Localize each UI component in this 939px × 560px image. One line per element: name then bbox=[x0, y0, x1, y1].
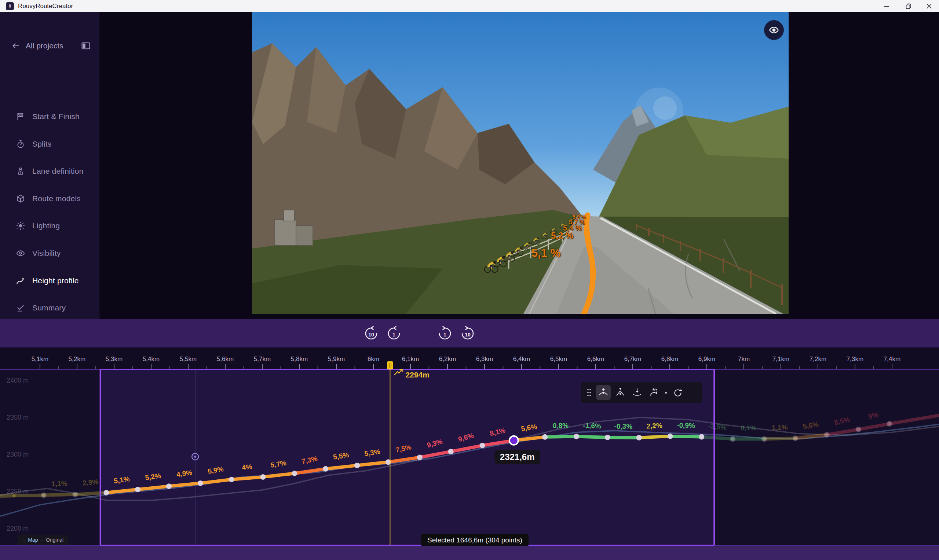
x-tick-label: 5,8km bbox=[291, 355, 308, 363]
smooth-curve-tool[interactable] bbox=[596, 385, 611, 400]
sidebar-item-label: Route models bbox=[32, 194, 81, 203]
selected-point-elevation-tooltip: 2321,6m bbox=[495, 450, 540, 464]
profile-point[interactable] bbox=[605, 435, 611, 440]
x-tick-label: 5,4km bbox=[143, 355, 160, 363]
position-marker-pin[interactable] bbox=[387, 362, 393, 369]
flag-icon bbox=[15, 112, 26, 121]
profile-point[interactable] bbox=[887, 421, 892, 426]
skip-amount: 10 bbox=[362, 325, 381, 344]
profile-point[interactable] bbox=[135, 487, 140, 492]
profile-point[interactable] bbox=[448, 449, 454, 454]
profile-point[interactable] bbox=[730, 436, 735, 442]
x-tick-label: 7,3km bbox=[846, 355, 863, 363]
height-profile-icon bbox=[15, 276, 26, 286]
route-video-scene bbox=[252, 12, 789, 314]
video-viewport: 5,1 % 5,2 % 5,4 % 5,7 % 5,9 % bbox=[252, 12, 789, 314]
profile-point[interactable] bbox=[323, 466, 328, 472]
restore-button[interactable] bbox=[900, 0, 917, 12]
profile-segment bbox=[639, 436, 670, 438]
sidebar-item-route-models[interactable]: Route models bbox=[0, 190, 99, 207]
collapse-sidebar-icon[interactable] bbox=[81, 41, 91, 51]
raise-peak-tool[interactable] bbox=[613, 385, 628, 400]
grade-label: 4% bbox=[242, 463, 253, 471]
grade-label: 1,1% bbox=[51, 480, 68, 488]
eye-icon bbox=[15, 248, 26, 258]
sidebar-item-summary[interactable]: Summary bbox=[0, 299, 99, 316]
sidebar-item-splits[interactable]: Splits bbox=[0, 135, 99, 152]
sidebar-item-start-finish[interactable]: Start & Finish bbox=[0, 108, 99, 125]
toggle-overlay-visibility-button[interactable] bbox=[764, 20, 784, 40]
profile-point[interactable] bbox=[103, 490, 109, 495]
sidebar-item-label: Height profile bbox=[32, 276, 79, 285]
profile-point[interactable] bbox=[574, 434, 579, 439]
revert-curve-tool[interactable] bbox=[647, 385, 661, 400]
skip-amount: 10 bbox=[458, 325, 477, 344]
reset-profile-tool[interactable] bbox=[671, 385, 685, 400]
grade-label: 2,2% bbox=[646, 422, 663, 430]
x-tick-label: 5,7km bbox=[254, 355, 271, 363]
profile-point[interactable] bbox=[856, 426, 861, 432]
profile-point[interactable] bbox=[291, 471, 297, 476]
y-tick-label: 2350 m bbox=[6, 414, 29, 421]
profile-segment bbox=[75, 492, 106, 494]
window-title: RouvyRouteCreator bbox=[18, 3, 73, 10]
skip-forward-1-button[interactable]: 1 bbox=[435, 324, 455, 343]
profile-point[interactable] bbox=[824, 432, 830, 438]
minimize-button[interactable] bbox=[878, 0, 895, 12]
sidebar-item-visibility[interactable]: Visibility bbox=[0, 245, 99, 262]
profile-point[interactable] bbox=[762, 436, 767, 442]
profile-segment bbox=[0, 496, 14, 496]
skip-forward-10-button[interactable]: 10 bbox=[458, 324, 477, 343]
x-tick-label: 7,4km bbox=[883, 355, 900, 363]
profile-point[interactable] bbox=[668, 434, 673, 439]
profile-point[interactable] bbox=[41, 492, 46, 498]
back-label: All projects bbox=[26, 42, 63, 50]
legend-original-label: Original bbox=[46, 537, 63, 543]
back-to-projects-button[interactable]: All projects bbox=[11, 41, 63, 51]
x-tick-label: 5,5km bbox=[180, 355, 197, 363]
grade-label: -0,9% bbox=[677, 421, 695, 429]
x-tick-label: 6,9km bbox=[698, 355, 715, 363]
skip-amount: 1 bbox=[435, 325, 455, 344]
sidebar-item-label: Lighting bbox=[32, 222, 60, 230]
chart-legend[interactable]: -- Map -- Original bbox=[18, 535, 68, 545]
profile-point[interactable] bbox=[198, 480, 203, 486]
close-button[interactable] bbox=[920, 0, 937, 12]
profile-point[interactable] bbox=[354, 463, 360, 468]
profile-point[interactable] bbox=[417, 454, 422, 460]
profile-point[interactable] bbox=[793, 435, 798, 441]
profile-point[interactable] bbox=[637, 435, 642, 440]
y-tick-label: 2300 m bbox=[6, 451, 29, 458]
cube-icon bbox=[15, 194, 26, 203]
profile-point[interactable] bbox=[166, 483, 172, 489]
profile-point[interactable] bbox=[229, 477, 234, 482]
profile-point[interactable] bbox=[261, 474, 266, 480]
sidebar: All projects Start & FinishSplitsLane de… bbox=[0, 12, 99, 320]
profile-point[interactable] bbox=[480, 443, 485, 448]
x-tick-label: 5,2km bbox=[69, 355, 85, 363]
x-tick-label: 5,6km bbox=[217, 355, 234, 363]
profile-segment bbox=[576, 437, 607, 438]
original-line-dash: -- bbox=[40, 537, 44, 543]
skip-back-1-button[interactable]: 1 bbox=[384, 324, 404, 343]
x-tick-label: 6,5km bbox=[550, 355, 567, 363]
sidebar-item-label: Summary bbox=[32, 303, 66, 312]
toolbar-drag-handle[interactable] bbox=[584, 385, 594, 400]
sidebar-item-height-profile[interactable]: Height profile bbox=[0, 272, 99, 289]
profile-point[interactable] bbox=[72, 492, 78, 497]
grade-label: -1,6% bbox=[583, 422, 601, 430]
x-tick-label: 6,7km bbox=[624, 355, 641, 363]
sidebar-item-lane-definition[interactable]: Lane definition bbox=[0, 163, 99, 180]
grade-label: 0,1% bbox=[740, 424, 756, 432]
sun-icon bbox=[15, 221, 26, 231]
profile-segment bbox=[765, 438, 796, 439]
profile-point[interactable] bbox=[542, 434, 547, 440]
skip-back-10-button[interactable]: 10 bbox=[362, 324, 381, 343]
profile-point[interactable] bbox=[699, 434, 704, 439]
grade-label: -0,3% bbox=[614, 423, 632, 430]
x-tick-label: 5,9km bbox=[328, 355, 345, 363]
selected-profile-point[interactable] bbox=[509, 436, 518, 445]
sidebar-item-lighting[interactable]: Lighting bbox=[0, 217, 99, 234]
y-tick-label: 2400 m bbox=[6, 377, 29, 384]
flatten-tool[interactable] bbox=[630, 385, 645, 400]
